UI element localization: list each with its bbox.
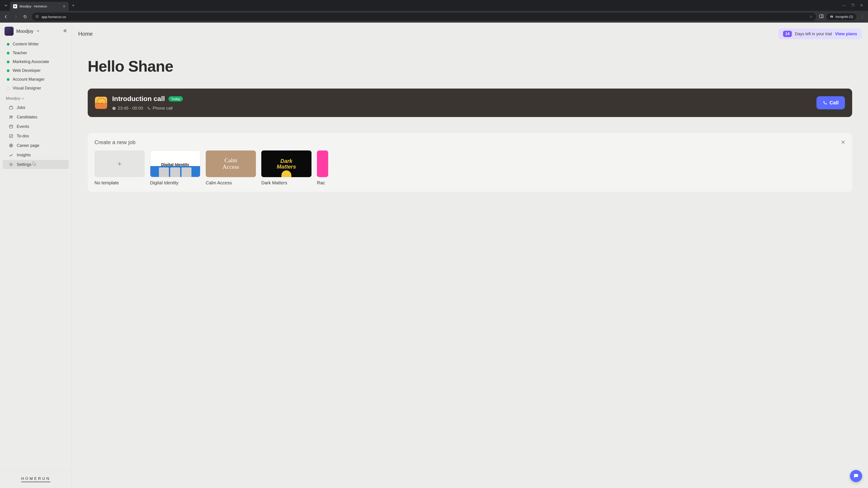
nav-insights[interactable]: Insights: [3, 151, 69, 160]
job-label: Marketing Associate: [13, 59, 49, 64]
call-type: Phone call: [147, 106, 173, 111]
job-item[interactable]: Visual Designer: [0, 84, 72, 93]
call-button[interactable]: Call: [816, 96, 845, 109]
browser-chrome: H Moodjoy · Homerun ✕ + — ❐ ✕ app.homeru…: [0, 0, 868, 23]
job-item[interactable]: Account Manager: [0, 75, 72, 84]
panel-icon[interactable]: [819, 14, 824, 20]
window-controls: — ❐ ✕: [842, 3, 866, 7]
tabs-dropdown[interactable]: [2, 1, 10, 9]
template-digital-identity[interactable]: Digital Identity Digital Identity: [150, 151, 200, 186]
workspace-avatar: [4, 27, 13, 36]
nav-label: Insights: [17, 153, 31, 158]
svg-rect-6: [9, 107, 13, 109]
main-area: Home 14 Days left in your trial View pla…: [72, 23, 868, 488]
template-label: Rac: [317, 180, 328, 186]
nav-settings[interactable]: Settings: [3, 160, 69, 169]
job-label: Content Writer: [13, 42, 39, 46]
chart-icon: [8, 153, 13, 158]
browser-tab[interactable]: H Moodjoy · Homerun ✕: [10, 2, 69, 11]
bookmark-icon[interactable]: ☆: [809, 14, 813, 19]
view-plans-link[interactable]: View plans: [835, 31, 857, 36]
forward-button[interactable]: [12, 13, 20, 21]
template-thumb: Digital Identity: [150, 151, 200, 177]
chevron-down-icon: [22, 97, 24, 100]
job-item[interactable]: Web Developer: [0, 66, 72, 75]
browser-menu-icon[interactable]: ⋮: [859, 14, 866, 19]
close-icon[interactable]: ✕: [841, 139, 845, 145]
svg-rect-1: [37, 15, 38, 16]
people-icon: [8, 115, 13, 120]
incognito-label: Incognito (2): [835, 15, 853, 19]
nav-label: To-dos: [17, 134, 29, 138]
job-label: Teacher: [13, 51, 27, 55]
job-label: Visual Designer: [13, 86, 41, 91]
collapse-sidebar-button[interactable]: [63, 29, 67, 34]
tab-strip: H Moodjoy · Homerun ✕ + — ❐ ✕: [0, 0, 868, 11]
topbar: Home 14 Days left in your trial View pla…: [72, 23, 868, 39]
nav-todos[interactable]: To-dos: [3, 131, 69, 140]
template-label: Digital Identity: [150, 180, 200, 186]
close-window-icon[interactable]: ✕: [860, 3, 863, 7]
svg-rect-4: [819, 15, 823, 18]
maximize-icon[interactable]: ❐: [851, 3, 854, 7]
create-job-section: Create a new job ✕ + No template Digital…: [88, 133, 852, 192]
url-text: app.homerun.co: [41, 15, 807, 19]
sidebar-scroll[interactable]: Content Writer Teacher Marketing Associa…: [0, 40, 72, 472]
job-label: Account Manager: [13, 77, 44, 82]
svg-rect-2: [36, 17, 37, 18]
workspace-switcher[interactable]: Moodjoy: [0, 23, 72, 40]
calendar-icon: [8, 124, 13, 129]
today-badge: Today: [168, 96, 183, 101]
url-bar[interactable]: app.homerun.co ☆: [32, 13, 816, 21]
call-info: Introduction call Today 23:45 - 00:00 Ph…: [112, 95, 811, 111]
sidebar-section-toggle[interactable]: Moodjoy: [0, 93, 72, 103]
svg-rect-3: [37, 17, 38, 18]
reload-button[interactable]: [21, 13, 29, 21]
gear-icon: [8, 162, 13, 167]
close-tab-icon[interactable]: ✕: [63, 4, 66, 8]
trial-text: Days left in your trial: [795, 32, 832, 36]
clock-icon: [112, 106, 116, 110]
create-job-title: Create a new job: [94, 139, 135, 145]
template-calm-access[interactable]: CalmAccess Calm Access: [206, 151, 256, 186]
nav-label: Career page: [17, 143, 39, 148]
job-item[interactable]: Teacher: [0, 48, 72, 57]
status-dot-icon: [7, 78, 9, 81]
cursor-icon: [32, 161, 37, 167]
nav-jobs[interactable]: Jobs: [3, 103, 69, 112]
nav-label: Events: [17, 124, 29, 129]
incognito-icon: [830, 15, 834, 19]
tab-title: Moodjoy · Homerun: [20, 4, 60, 8]
new-tab-button[interactable]: +: [72, 3, 74, 8]
incognito-badge[interactable]: Incognito (2): [827, 13, 856, 20]
nav-events[interactable]: Events: [3, 122, 69, 131]
homerun-logo[interactable]: HOMERUN: [21, 477, 51, 482]
template-dark-matters[interactable]: DarkMatters Dark Matters: [261, 151, 311, 186]
workspace-name: Moodjoy: [16, 29, 33, 34]
job-item[interactable]: Content Writer: [0, 40, 72, 48]
templates-row: + No template Digital Identity Digital I…: [94, 151, 845, 186]
svg-rect-0: [36, 15, 37, 16]
back-button[interactable]: [2, 13, 10, 21]
template-partial[interactable]: Rac: [317, 151, 328, 186]
section-label: Moodjoy: [6, 96, 20, 101]
globe-icon: [8, 143, 13, 148]
template-blank[interactable]: + No template: [94, 151, 145, 186]
svg-point-7: [10, 116, 11, 117]
call-time: 23:45 - 00:00: [112, 106, 143, 111]
upcoming-call-card: Introduction call Today 23:45 - 00:00 Ph…: [88, 89, 852, 117]
chat-launcher[interactable]: [850, 470, 862, 482]
sidebar-footer: HOMERUN: [0, 472, 72, 488]
nav-label: Candidates: [17, 115, 37, 120]
nav-career-page[interactable]: Career page: [3, 141, 69, 150]
template-thumb: [317, 151, 328, 177]
tab-favicon-icon: H: [13, 4, 17, 8]
chat-icon: [853, 473, 859, 479]
minimize-icon[interactable]: —: [842, 3, 845, 7]
nav-label: Jobs: [17, 105, 25, 110]
site-info-icon[interactable]: [35, 15, 39, 19]
page-title: Home: [78, 31, 93, 37]
browser-toolbar: app.homerun.co ☆ Incognito (2) ⋮: [0, 11, 868, 23]
nav-candidates[interactable]: Candidates: [3, 112, 69, 122]
job-item[interactable]: Marketing Associate: [0, 57, 72, 66]
